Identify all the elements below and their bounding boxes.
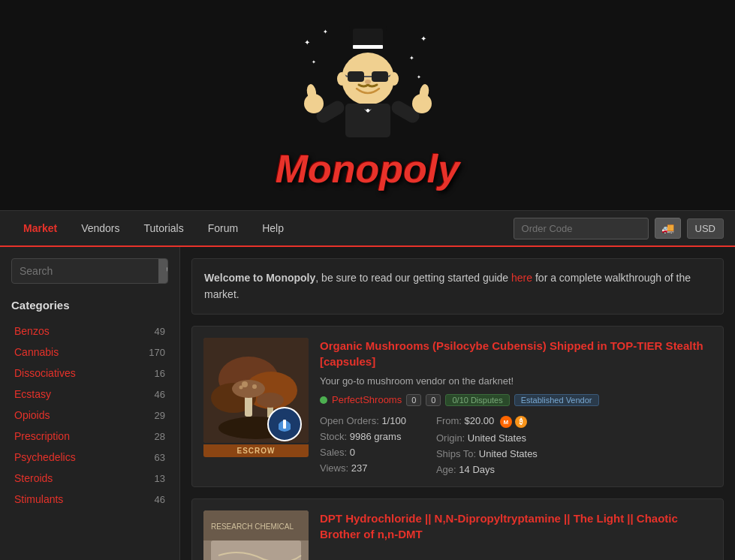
category-count-benzos: 49 (155, 326, 165, 337)
category-name-ecstasy: Ecstasy (14, 388, 51, 400)
meta-label-stock: Stock: (320, 431, 347, 442)
nav-tutorials[interactable]: Tutorials (132, 212, 196, 245)
product-info-1: Organic Mushrooms (Psilocybe Cubensis) S… (320, 338, 712, 476)
search-box: 🔍 (11, 258, 168, 284)
welcome-link[interactable]: here (511, 272, 532, 284)
svg-text:✦: ✦ (409, 55, 414, 62)
xmr-icon: M (500, 416, 512, 428)
category-item-dissociatives[interactable]: Dissociatives 16 (11, 363, 168, 384)
svg-point-21 (366, 109, 369, 112)
price-icons: M ₿ (500, 416, 527, 428)
category-item-stimulants[interactable]: Stimulants 46 (11, 489, 168, 510)
meta-label-sales: Sales: (320, 447, 347, 458)
svg-text:✦: ✦ (304, 38, 310, 47)
product-title-2[interactable]: DPT Hydrochloride || N,N-Dipropyltryptam… (320, 510, 712, 542)
escrow-badge: ESCROW (203, 444, 309, 457)
nav-help[interactable]: Help (250, 212, 296, 245)
svg-text:✦: ✦ (312, 59, 316, 65)
category-item-steroids[interactable]: Steroids 13 (11, 468, 168, 489)
meta-age: Age: 14 Days (436, 464, 538, 475)
svg-rect-19 (345, 104, 390, 137)
product-meta-1: Open Orders: 1/100 Stock: 9986 grams Sal… (320, 415, 712, 476)
category-name-prescription: Prescription (14, 430, 70, 442)
meta-label-from: From: (436, 415, 462, 426)
svg-point-34 (232, 380, 265, 398)
category-item-prescription[interactable]: Prescription 28 (11, 426, 168, 447)
btc-icon: ₿ (515, 416, 527, 428)
category-name-benzos: Benzos (14, 325, 50, 337)
nav-vendors[interactable]: Vendors (69, 212, 131, 245)
meta-col-left: Open Orders: 1/100 Stock: 9986 grams Sal… (320, 415, 406, 476)
powder-svg: RESEARCH CHEMICAL (203, 510, 309, 560)
meta-label-age: Age: (436, 464, 456, 475)
category-count-cannabis: 170 (149, 347, 165, 358)
categories-list: Benzos 49 Cannabis 170 Dissociatives 16 … (11, 321, 168, 510)
search-button[interactable]: 🔍 (158, 259, 168, 283)
svg-rect-11 (348, 71, 364, 82)
svg-rect-12 (372, 71, 388, 82)
logo-wrapper: ✦ ✦ ✦ ✦ ✦ ✦ (0, 8, 735, 203)
meta-label-ships-to: Ships To: (436, 448, 476, 459)
mushroom-image (203, 338, 309, 443)
svg-point-38 (239, 385, 243, 389)
nav-market[interactable]: Market (11, 212, 69, 245)
product-info-2: DPT Hydrochloride || N,N-Dipropyltryptam… (320, 510, 712, 560)
product-card-2: RESEARCH CHEMICAL DPT Hydrochloride || N… (191, 498, 724, 560)
meta-views: Views: 237 (320, 462, 406, 474)
svg-point-16 (365, 80, 371, 84)
category-count-psychedelics: 63 (155, 452, 165, 463)
svg-text:✦: ✦ (323, 29, 328, 35)
category-name-steroids: Steroids (14, 472, 53, 484)
product-image-2: RESEARCH CHEMICAL (203, 510, 309, 560)
meta-value-from: $20.00 M ₿ (465, 415, 527, 426)
category-count-stimulants: 46 (155, 494, 165, 505)
meta-label-views: Views: (320, 462, 348, 474)
svg-rect-41 (283, 420, 286, 429)
nav-links: Market Vendors Tutorials Forum Help (11, 212, 514, 245)
product-image-1 (203, 338, 309, 443)
meta-from: From: $20.00 M ₿ (436, 415, 538, 429)
welcome-text-middle: , be sure to read our getting started gu… (315, 272, 511, 284)
product-card-1: ESCROW Organic Mushrooms (Psilocybe Cube… (191, 326, 724, 488)
meta-origin: Origin: United States (436, 432, 538, 444)
search-input[interactable] (12, 259, 158, 283)
category-count-opioids: 29 (155, 410, 165, 421)
header: ✦ ✦ ✦ ✦ ✦ ✦ (0, 0, 735, 211)
product-title-1[interactable]: Organic Mushrooms (Psilocybe Cubensis) S… (320, 338, 712, 369)
svg-text:✦: ✦ (417, 74, 421, 80)
content: Welcome to Monopoly, be sure to read our… (180, 247, 735, 560)
meta-value-open-orders: 1/100 (381, 415, 406, 426)
category-name-opioids: Opioids (14, 409, 50, 421)
currency-button[interactable]: USD (687, 218, 724, 239)
welcome-banner: Welcome to Monopoly, be sure to read our… (191, 258, 724, 315)
svg-point-35 (257, 393, 284, 408)
order-code-input[interactable] (514, 218, 649, 239)
svg-text:RESEARCH CHEMICAL: RESEARCH CHEMICAL (211, 522, 294, 531)
product-image-wrapper-2: RESEARCH CHEMICAL (203, 510, 309, 560)
svg-point-17 (337, 72, 346, 86)
product-image-wrapper-1: ESCROW (203, 338, 309, 476)
product-desc-1: Your go-to mushroom vendor on the darkne… (320, 375, 712, 387)
meta-value-age: 14 Days (459, 464, 495, 475)
svg-point-18 (390, 72, 399, 86)
vendor-badge-2: 0 (426, 394, 441, 406)
category-item-ecstasy[interactable]: Ecstasy 46 (11, 384, 168, 405)
navbar: Market Vendors Tutorials Forum Help 🚚 US… (0, 211, 735, 247)
svg-rect-43 (211, 540, 301, 560)
category-item-benzos[interactable]: Benzos 49 (11, 321, 168, 342)
meta-open-orders: Open Orders: 1/100 (320, 415, 406, 426)
nav-forum[interactable]: Forum (196, 212, 250, 245)
meta-value-views: 237 (351, 462, 368, 474)
category-item-psychedelics[interactable]: Psychedelics 63 (11, 447, 168, 468)
category-item-cannabis[interactable]: Cannabis 170 (11, 342, 168, 363)
category-item-opioids[interactable]: Opioids 29 (11, 405, 168, 426)
category-count-ecstasy: 46 (155, 389, 165, 400)
vendor-name-1[interactable]: PerfectShrooms (332, 394, 402, 405)
categories-title: Categories (11, 299, 168, 312)
nav-right: 🚚 USD (514, 218, 724, 239)
meta-value-sales: 0 (350, 447, 355, 458)
meta-value-ships-to: United States (479, 448, 538, 459)
category-count-dissociatives: 16 (155, 368, 165, 379)
category-count-steroids: 13 (155, 473, 165, 484)
order-code-submit-button[interactable]: 🚚 (655, 218, 681, 239)
